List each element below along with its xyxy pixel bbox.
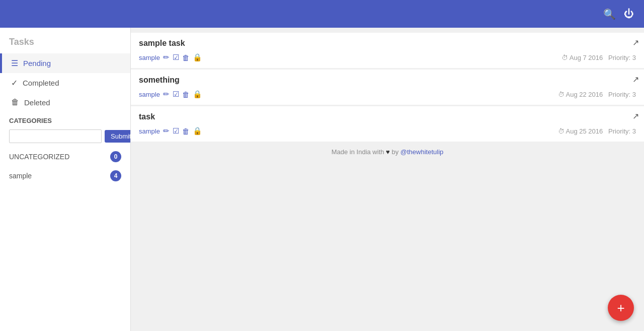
expand-button[interactable]: ↗ — [632, 111, 639, 121]
sidebar-item-deleted-label: Deleted — [24, 98, 50, 107]
task-actions: sample ✏ ☑ 🗑 🔒 ⏱ Aug 7 2016 Priority: 3 — [139, 53, 636, 62]
category-name-sample: sample — [9, 172, 32, 180]
footer-text: Made in India with — [332, 148, 384, 156]
lock-icon[interactable]: 🔒 — [193, 53, 202, 62]
expand-button[interactable]: ↗ — [632, 75, 639, 84]
sidebar: Tasks ☰ Pending ✓ Completed 🗑 Deleted Ca… — [0, 28, 131, 331]
task-title: sample task — [139, 39, 636, 48]
add-task-fab[interactable]: + — [608, 295, 634, 321]
categories-section-title: Categories — [0, 112, 130, 127]
task-tag[interactable]: sample — [139, 91, 160, 98]
sidebar-item-completed-label: Completed — [23, 79, 59, 87]
task-card: ↗ task sample ✏ ☑ 🗑 🔒 ⏱ Aug 25 2016 Prio… — [131, 106, 644, 142]
task-title: task — [139, 112, 636, 121]
category-input[interactable] — [9, 129, 102, 143]
clock-icon: ⏱ — [561, 54, 568, 61]
category-item-sample[interactable]: sample 4 — [0, 166, 130, 185]
task-meta: ⏱ Aug 25 2016 Priority: 3 — [558, 127, 636, 135]
category-badge-uncategorized: 0 — [110, 151, 121, 162]
sidebar-item-completed[interactable]: ✓ Completed — [0, 73, 130, 93]
app-header: 🔍 ⏻ — [0, 0, 644, 28]
category-item-uncategorized[interactable]: UNCATEGORIZED 0 — [0, 147, 130, 166]
task-priority: Priority: 3 — [608, 127, 636, 135]
footer-by: by — [391, 148, 398, 156]
footer: Made in India with ♥ by @thewhitetulip — [131, 143, 644, 161]
completed-icon: ✓ — [11, 78, 18, 88]
plus-icon: + — [617, 300, 624, 316]
task-meta: ⏱ Aug 22 2016 Priority: 3 — [558, 91, 636, 98]
sidebar-item-pending[interactable]: ☰ Pending — [0, 53, 130, 73]
task-card: ↗ sample task sample ✏ ☑ 🗑 🔒 ⏱ Aug 7 201… — [131, 33, 644, 69]
edit-icon[interactable]: ✏ — [163, 126, 170, 136]
lock-icon[interactable]: 🔒 — [193, 90, 202, 99]
footer-author-link[interactable]: @thewhitetulip — [400, 148, 443, 156]
deleted-icon: 🗑 — [11, 98, 19, 107]
delete-icon[interactable]: 🗑 — [182, 127, 190, 136]
complete-icon[interactable]: ☑ — [173, 126, 179, 136]
task-tag[interactable]: sample — [139, 54, 160, 61]
search-icon[interactable]: 🔍 — [603, 8, 616, 20]
edit-icon[interactable]: ✏ — [163, 90, 170, 99]
task-title: something — [139, 76, 636, 85]
power-icon[interactable]: ⏻ — [624, 8, 634, 20]
sidebar-item-deleted[interactable]: 🗑 Deleted — [0, 93, 130, 112]
pending-icon: ☰ — [11, 58, 18, 68]
task-date: Aug 25 2016 — [566, 127, 603, 135]
submit-button[interactable]: Submit — [105, 130, 131, 143]
task-actions: sample ✏ ☑ 🗑 🔒 ⏱ Aug 25 2016 Priority: 3 — [139, 126, 636, 136]
task-meta: ⏱ Aug 7 2016 Priority: 3 — [561, 54, 636, 61]
app-title: Tasks — [0, 33, 130, 53]
clock-icon: ⏱ — [558, 127, 565, 135]
main-layout: Tasks ☰ Pending ✓ Completed 🗑 Deleted Ca… — [0, 28, 644, 331]
content-area: ↗ sample task sample ✏ ☑ 🗑 🔒 ⏱ Aug 7 201… — [131, 28, 644, 331]
expand-button[interactable]: ↗ — [632, 38, 639, 47]
task-actions: sample ✏ ☑ 🗑 🔒 ⏱ Aug 22 2016 Priority: 3 — [139, 90, 636, 99]
category-input-row: Submit — [0, 127, 130, 147]
task-tag[interactable]: sample — [139, 127, 160, 135]
task-date: Aug 22 2016 — [566, 91, 603, 98]
delete-icon[interactable]: 🗑 — [182, 53, 190, 62]
edit-icon[interactable]: ✏ — [163, 53, 170, 62]
category-badge-sample: 4 — [110, 170, 121, 181]
task-priority: Priority: 3 — [608, 91, 636, 98]
lock-icon[interactable]: 🔒 — [193, 126, 202, 136]
complete-icon[interactable]: ☑ — [173, 53, 179, 62]
task-priority: Priority: 3 — [608, 54, 636, 61]
complete-icon[interactable]: ☑ — [173, 90, 179, 99]
heart-icon: ♥ — [386, 148, 390, 156]
delete-icon[interactable]: 🗑 — [182, 90, 190, 99]
task-card: ↗ something sample ✏ ☑ 🗑 🔒 ⏱ Aug 22 2016… — [131, 70, 644, 105]
category-name-uncategorized: UNCATEGORIZED — [9, 153, 69, 161]
task-date: Aug 7 2016 — [570, 54, 603, 61]
clock-icon: ⏱ — [558, 91, 565, 98]
sidebar-item-pending-label: Pending — [23, 59, 51, 68]
